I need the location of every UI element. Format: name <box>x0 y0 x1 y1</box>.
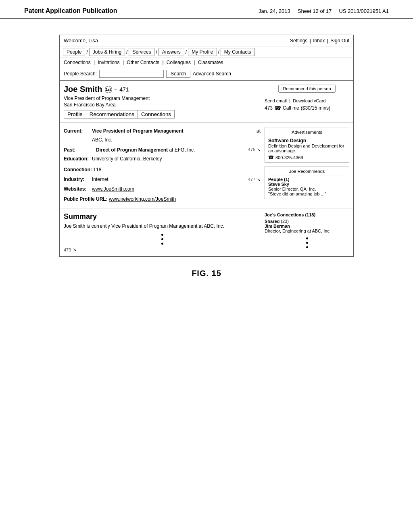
recommends-person-name: Steve Sky <box>268 182 346 187</box>
send-email-link[interactable]: Send email <box>265 98 287 103</box>
recommends-quote: "Steve did an amazing job ..." <box>268 191 346 196</box>
call-row: 473 ☎ Call me ($30/15 mins) <box>265 105 349 111</box>
patent-meta: Jan. 24, 2013 Sheet 12 of 17 US 2013/002… <box>259 8 389 14</box>
call-icon: ☎ <box>274 105 281 111</box>
search-bar: People Search: Search Advanced Search <box>60 67 353 81</box>
detail-connection: Connection: 118 <box>64 166 261 174</box>
cdot-1 <box>306 237 308 239</box>
search-label: People Search: <box>64 71 97 77</box>
action-links: Send email | Download vCard <box>265 98 349 103</box>
bottom-right: Joe's Connections (118) Shared (23) Jim … <box>261 212 349 252</box>
figure-caption: FIG. 15 <box>192 269 221 278</box>
dot-1 <box>161 234 163 236</box>
industry-label: Industry: <box>64 175 92 183</box>
past-value: Direct of Program Management at EFG, Inc… <box>92 146 248 154</box>
cdot-3 <box>306 246 308 248</box>
tab-mycontacts[interactable]: My Contacts <box>221 48 255 56</box>
subnav-other-contacts[interactable]: Other Contacts <box>127 60 159 65</box>
bottom-section: Summary Joe Smith is currently Vice Pres… <box>60 208 353 256</box>
annotation-477-arrow: ↘ <box>257 176 261 183</box>
shared-label: Shared <box>265 219 280 224</box>
ads-phone-icon: ☎ <box>268 155 274 160</box>
connections-title: Joe's Connections (118) <box>265 212 349 217</box>
connections-shared-row: Shared (23) <box>265 219 349 224</box>
cdot-2 <box>306 242 308 244</box>
annotation-475-arrow: ↘ <box>257 146 261 154</box>
profile-name-row: Joe Smith 1st ≈ 471 <box>64 85 261 94</box>
education-value: University of California, Berkeley <box>92 155 162 163</box>
ui-mockup: Welcome, Lisa Settings | Inbox | Sign Ou… <box>59 35 354 257</box>
nav-tabs: People / Jobs & Hiring / Services / Answ… <box>60 46 353 58</box>
summary-text: Joe Smith is currently Vice President of… <box>64 222 261 230</box>
profile-title: Vice President of Program Management <box>64 96 261 101</box>
ads-title: Advertisements <box>268 130 346 136</box>
patent-date: Jan. 24, 2013 <box>259 8 290 14</box>
ads-description: Definition Design and Development for an… <box>268 143 346 153</box>
subnav-connections[interactable]: Connections <box>64 60 91 65</box>
subnav-classmates[interactable]: Classmates <box>198 60 223 65</box>
dot-2 <box>161 238 163 240</box>
recommend-button[interactable]: Recommend this person <box>278 85 335 93</box>
profile-right: Recommend this person Send email | Downl… <box>261 85 349 118</box>
patent-number: US 2013/0021951 A1 <box>339 8 389 14</box>
shared-count: (23) <box>281 219 289 224</box>
connections-dots <box>265 237 349 248</box>
subnav-colleagues[interactable]: Colleagues <box>167 60 191 65</box>
profile-left: Joe Smith 1st ≈ 471 Vice President of Pr… <box>64 85 261 118</box>
annotation-477: 477 <box>248 176 255 183</box>
connections-person-name: Jim Berman <box>265 224 349 229</box>
settings-link[interactable]: Settings <box>290 38 307 44</box>
annotation-479: 479 <box>64 247 71 252</box>
sub-nav: Connections | Invitations | Other Contac… <box>60 58 353 67</box>
websites-value[interactable]: www.JoeSmith.com <box>92 185 134 193</box>
content-area: Welcome, Lisa Settings | Inbox | Sign Ou… <box>0 19 413 294</box>
current-value: Vice President of Program Management <box>92 127 255 135</box>
advanced-search-link[interactable]: Advanced Search <box>193 71 231 77</box>
profile-location: San Francisco Bay Area <box>64 102 261 108</box>
dot-3 <box>161 243 163 245</box>
degree-badge: 1st <box>105 86 112 93</box>
ads-company: Software Design <box>268 138 346 143</box>
tab-people[interactable]: People <box>63 48 85 56</box>
details-left: Current: Vice President of Program Manag… <box>64 127 261 204</box>
recommends-person-title: Senior Director, QA, Inc. <box>268 187 346 191</box>
recommends-title: Joe Recommends <box>268 169 346 175</box>
welcome-bar: Welcome, Lisa Settings | Inbox | Sign Ou… <box>60 35 353 46</box>
connections-person-title: Director, Engineering at ABC, Inc. <box>265 229 349 233</box>
welcome-text: Welcome, Lisa <box>64 37 98 44</box>
patent-sheet: Sheet 12 of 17 <box>298 8 332 14</box>
annotation-479-arrow: ↘ <box>73 247 76 252</box>
details-right: Advertisements Software Design Definitio… <box>261 127 349 204</box>
profile-tab-recommendations[interactable]: Recommendations <box>86 110 138 118</box>
current-label: Current: <box>64 127 92 135</box>
summary-dots <box>64 234 261 245</box>
subnav-invitations[interactable]: Invitations <box>98 60 120 65</box>
bottom-left: Summary Joe Smith is currently Vice Pres… <box>64 212 261 252</box>
details-section: Current: Vice President of Program Manag… <box>60 123 353 208</box>
profile-tabs: Profile Recommendations Connections <box>64 110 261 118</box>
profile-tab-profile[interactable]: Profile <box>64 110 86 118</box>
call-text: Call me <box>283 105 299 111</box>
profile-tab-connections[interactable]: Connections <box>138 110 175 118</box>
tab-jobs[interactable]: Jobs & Hiring <box>89 48 125 56</box>
recommends-category: People (1) <box>268 177 346 182</box>
connection-curve-icon: ≈ <box>115 87 117 92</box>
patent-title: Patent Application Publication <box>24 7 117 15</box>
recommends-box: Joe Recommends People (1) Steve Sky Seni… <box>265 166 349 199</box>
public-url-value[interactable]: www.networking.com/JoeSmith <box>109 195 176 203</box>
tab-answers[interactable]: Answers <box>159 48 184 56</box>
profile-section: Joe Smith 1st ≈ 471 Vice President of Pr… <box>60 81 353 123</box>
download-vcard-link[interactable]: Download vCard <box>293 98 325 103</box>
tab-myprofile[interactable]: My Profile <box>188 48 217 56</box>
public-url-label: Public Profile URL: <box>64 195 109 203</box>
signout-link[interactable]: Sign Out <box>330 38 349 44</box>
detail-websites: Websites: www.JoeSmith.com <box>64 185 261 193</box>
detail-public-url: Public Profile URL: www.networking.com/J… <box>64 195 261 203</box>
tab-services[interactable]: Services <box>129 48 154 56</box>
search-button[interactable]: Search <box>166 70 190 78</box>
detail-current: Current: Vice President of Program Manag… <box>64 127 261 135</box>
connection-count: 471 <box>119 86 129 93</box>
inbox-link[interactable]: Inbox <box>313 38 325 44</box>
search-input[interactable] <box>99 70 164 78</box>
summary-heading: Summary <box>64 212 261 221</box>
